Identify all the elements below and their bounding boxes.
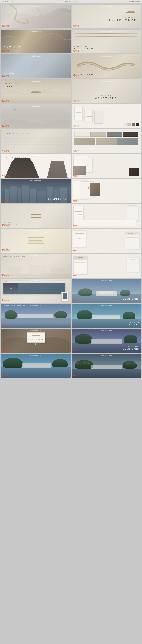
card-exterior-2[interactable]: SHIRAKAWA COURTYARD www.ikutu.com K酷图网 xyxy=(1,304,71,328)
header-url-right: www.ikutu.com xyxy=(128,1,140,3)
svg-rect-36 xyxy=(76,362,79,364)
card-courtyard-top[interactable]: SHIRAKAWA COURTYARD www.ikutu.com K酷图网 xyxy=(72,4,141,28)
card-bag-collateral[interactable]: SHIRAKAWA COURTYARD SHIRAKAWA www.ikutu.… xyxy=(72,229,141,253)
svg-rect-16 xyxy=(5,190,9,203)
card-brand-collateral[interactable]: www.ikutu.com K酷图网 xyxy=(72,154,141,178)
svg-rect-18 xyxy=(17,188,21,203)
card-website-mockup[interactable]: www.ikutu.com K酷图网 xyxy=(1,279,71,303)
card-shirakawa-lake[interactable]: SHIRAKAWA LAKE www.ikutu.com K酷图网 xyxy=(1,80,71,103)
svg-rect-22 xyxy=(47,187,53,203)
card-skyline[interactable]: SKYLINE www.ikutu.com K酷图网 xyxy=(1,30,71,53)
svg-rect-33 xyxy=(28,265,47,274)
page-header: www.ikutu.com www.ikutu.com www.ikutu.co… xyxy=(0,0,142,4)
svg-rect-27 xyxy=(29,239,42,240)
svg-rect-20 xyxy=(30,188,36,203)
card-float-island-3[interactable]: www.ikutu.com K酷图网 xyxy=(72,354,141,378)
svg-rect-23 xyxy=(54,190,59,203)
svg-marker-1 xyxy=(27,59,41,72)
svg-rect-42 xyxy=(133,362,137,364)
card-book-collateral[interactable]: SHIRAKAWA SHIRAKAWA COURTYARD www.ikutu.… xyxy=(72,204,141,228)
skyline-label: SKYLINE xyxy=(4,46,21,49)
card-billboard-mockup[interactable]: SHIRAKAWA COURTYARD www.ikutu.com K酷图网 xyxy=(1,329,71,352)
main-grid: www.ikutu.com K酷图网 SHIRAKAWA COURTYARD w… xyxy=(0,4,142,379)
header-url-left: www.ikutu.com xyxy=(2,1,14,3)
card-mockup-books[interactable]: SHIRAKAWA COURTYARD www.ikutu.com K酷图网 xyxy=(72,104,141,128)
svg-rect-17 xyxy=(10,186,17,203)
svg-rect-28 xyxy=(29,240,42,241)
card-logo-3d[interactable]: 白川庭院 www.ikutu.com K酷图网 xyxy=(1,229,71,253)
svg-rect-29 xyxy=(28,242,44,243)
courtyard-label-2: COURTYARD xyxy=(74,48,94,50)
svg-rect-25 xyxy=(28,236,44,238)
svg-rect-37 xyxy=(80,363,82,364)
card-crystal[interactable]: WATERFRONT www.ikutu.com K酷图网 xyxy=(1,54,71,78)
svg-rect-35 xyxy=(73,362,75,364)
svg-rect-31 xyxy=(1,274,71,278)
svg-rect-26 xyxy=(28,238,44,238)
card-float-island-2[interactable]: www.ikutu.com K酷图网 xyxy=(1,354,71,378)
card-exterior-render[interactable]: SHIRAKAWA COURTYARD www.ikutu.com K酷图网 xyxy=(72,279,141,303)
card-building-photo[interactable]: BUILDING 建筑 www.ikutu.com K酷图网 xyxy=(1,179,71,203)
courtyard-label-1: COURTYARD xyxy=(109,19,137,22)
card-shirakawa-lines[interactable]: SHIRAKAWA COURTYARD www.ikutu.com K酷图网 xyxy=(72,30,141,53)
card-exterior-3[interactable]: SHIRAKAWA COURTYARD www.ikutu.com K酷图网 xyxy=(72,304,141,328)
svg-rect-41 xyxy=(130,362,132,364)
svg-rect-34 xyxy=(50,268,65,274)
svg-rect-24 xyxy=(60,188,67,203)
card-palette-mockup[interactable]: www.ikutu.com K酷图网 xyxy=(72,129,141,153)
card-interior-render[interactable]: SHIRAKAWA COURTYARD www.ikutu.com K酷图网 xyxy=(1,254,71,278)
card-shirakawa-courtyard-large[interactable]: SHIRAKAWA COURTYARD www.ikutu.com K酷图网 xyxy=(1,129,71,153)
header-url-center: www.ikutu.com xyxy=(65,1,77,3)
svg-rect-19 xyxy=(22,185,29,203)
svg-rect-30 xyxy=(28,243,44,244)
svg-rect-39 xyxy=(87,362,89,364)
svg-rect-21 xyxy=(37,191,46,203)
card-white-minimal-brand[interactable]: SHIRAKAWA COURTYARD www.ikutu.com K酷图网 xyxy=(1,154,71,178)
card-courtyard-tan[interactable]: SHIRAKAWA COURTYARD www.ikutu.com K酷图网 xyxy=(72,80,141,103)
svg-rect-32 xyxy=(6,266,21,274)
card-logo-white-bg[interactable]: 白川庭院 www.ikutu.com K酷图网 xyxy=(1,204,71,228)
card-float-island[interactable]: SHIRAKAWA COURTYARD www.ikutu.com K酷图网 xyxy=(72,329,141,352)
card-shirakawa-earth[interactable]: SHIRAKAWA COURTYARD www.ikutu.com K酷图网 xyxy=(72,54,141,78)
card-abstract-silk[interactable]: www.ikutu.com K酷图网 xyxy=(1,4,71,28)
card-wave-gray[interactable]: SUITE www.ikutu.com K酷图网 xyxy=(1,104,71,128)
card-collateral-2[interactable]: 白川 www.ikutu.com K酷图网 xyxy=(72,179,141,203)
svg-rect-43 xyxy=(137,362,140,364)
card-schedule-mockup[interactable]: SHIRAKAWA www.ikutu.com K酷图网 xyxy=(72,254,141,278)
svg-rect-38 xyxy=(82,361,86,364)
svg-rect-40 xyxy=(126,362,130,364)
